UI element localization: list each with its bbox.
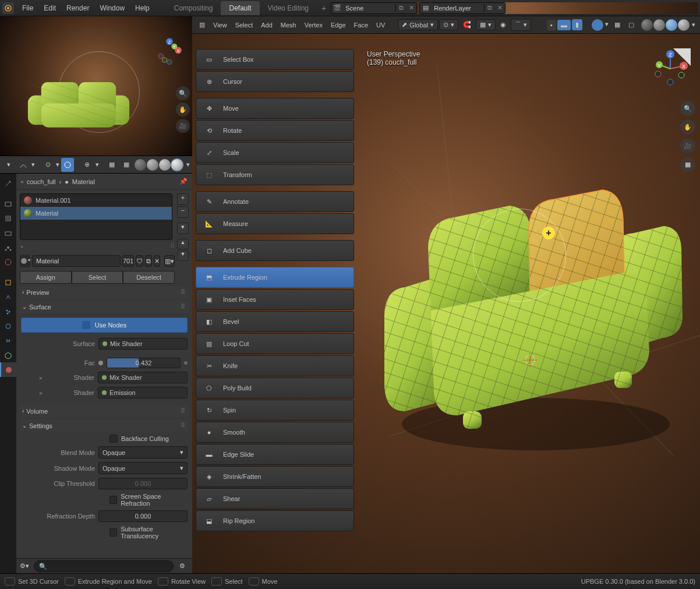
extrude-gizmo[interactable]: + [473,209,566,302]
tool-edge-slide[interactable]: ▬Edge Slide [196,444,354,465]
tool-poly-build[interactable]: ⬠Poly Build [196,378,354,398]
menu-render[interactable]: Render [62,2,94,15]
shading-menu-dropdown-icon[interactable]: ▾ [691,20,697,30]
fac-slider[interactable]: 0.432 [107,358,181,368]
vp-menu-uv[interactable]: UV [373,20,388,30]
tool-cursor[interactable]: ⊕Cursor [196,71,354,92]
viewport-nav-gizmo[interactable]: Z X Y [650,48,691,89]
tab-scene[interactable] [0,240,16,255]
shader2-dropdown[interactable]: Emission [98,387,188,398]
tab-constraint[interactable] [0,333,16,348]
tab-material[interactable] [0,362,16,377]
proportional-mode-dropdown[interactable]: ⌒▾ [511,19,531,31]
material-browse-button[interactable]: ▾ [20,255,30,267]
tool-move[interactable]: ✥Move [196,98,354,119]
material-moveup-button[interactable]: ▲ [177,239,189,249]
tool-loop-cut[interactable]: ▥Loop Cut [196,333,354,354]
shade-wire-icon[interactable] [641,19,653,31]
tab-output[interactable] [0,211,16,225]
xray-toggle-icon[interactable]: ▢ [625,19,638,30]
shade-render-icon[interactable] [678,19,690,31]
vp-menu-face[interactable]: Face [351,20,372,30]
overlay-1-dropdown-icon[interactable]: ▾ [96,161,99,168]
grip-icon[interactable]: ⠿ [170,242,175,250]
material-usercount[interactable]: 701 [122,255,134,267]
main-3d-viewport[interactable]: ▥ ViewSelectAddMeshVertexEdgeFaceUV ⬈Glo… [192,16,700,573]
tool-spin[interactable]: ↻Spin [196,400,354,421]
pin-icon[interactable]: 📌 [179,178,188,185]
vp-pan-icon[interactable]: ✋ [680,119,695,135]
overlay-icon-1[interactable]: ⊕ [81,158,94,172]
panel-preview-header[interactable]: ›Preview⠿ [20,286,189,298]
tool-shrink-fatten[interactable]: ◈Shrink/Fatten [196,466,354,487]
breadcrumb-object[interactable]: couch_full [27,178,56,185]
menu-file[interactable]: File [17,2,38,15]
tab-tool[interactable] [0,176,16,191]
expand-shader1-icon[interactable]: ▸ [40,374,45,382]
vp-menu-mesh[interactable]: Mesh [277,20,300,30]
menu-window[interactable]: Window [95,2,129,15]
material-movedown-button[interactable]: ▼ [177,251,189,261]
material-name-input[interactable] [32,255,121,267]
preview-viewport[interactable]: Z X Y 🔍 ✋ 🎥 [0,16,192,156]
tool-knife[interactable]: ✂Knife [196,355,354,376]
pan-icon[interactable]: ✋ [176,103,190,117]
breadcrumb-material[interactable]: Material [72,178,95,185]
gizmo-toggle[interactable] [592,19,603,31]
select-button[interactable]: Select [72,271,123,284]
tool-extrude-region[interactable]: ⬒Extrude Region [196,267,354,288]
tool-annotate[interactable]: ✎Annotate [196,191,354,212]
tool-transform[interactable]: ⬚Transform [196,164,354,185]
viewlayer-copy-icon[interactable]: ⧉ [484,4,494,12]
panel-surface-header[interactable]: ⌄Surface⠿ [20,301,189,313]
shadow-mode-dropdown[interactable]: Opaque▾ [98,462,188,474]
proportional-toggle-icon[interactable]: ◉ [497,19,510,30]
tab-modifier[interactable] [0,290,16,304]
mesh-select-face-icon[interactable]: ▮ [572,19,582,30]
menu-help[interactable]: Help [130,2,154,15]
tool-add-cube[interactable]: ◻Add Cube [196,240,354,261]
tool-shear[interactable]: ▱Shear [196,488,354,509]
use-nodes-toggle[interactable]: Use Nodes [21,318,188,333]
pivot-dropdown[interactable]: ⊙▾ [439,19,458,30]
shading-matpreview-ball[interactable] [159,159,171,171]
panel-volume-header[interactable]: ›Volume⠿ [20,405,189,417]
mesh-select-edge-icon[interactable]: ▬ [557,20,571,30]
vp-menu-view[interactable]: View [210,20,231,30]
properties-search-input[interactable] [34,560,174,572]
scene-name-input[interactable] [343,5,395,12]
zoom-icon[interactable]: 🔍 [176,86,190,100]
panel-settings-header[interactable]: ⌄Settings⠿ [20,419,189,432]
expand-shader2-icon[interactable]: ▸ [40,389,45,397]
material-slot[interactable]: Material.001 [20,194,172,207]
tool-rotate[interactable]: ⟲Rotate [196,120,354,141]
editor-type-icon[interactable]: ▥ [196,19,208,30]
pivot-dropdown-icon[interactable]: ▾ [31,161,35,168]
tool-bevel[interactable]: ◧Bevel [196,311,354,332]
overlay-icon-2[interactable]: ▦ [105,158,118,172]
vp-camera-icon[interactable]: 🎥 [680,138,695,153]
tab-render[interactable] [0,196,16,211]
keyframe-dot-icon[interactable] [184,361,188,365]
tool-select-box[interactable]: ▭Select Box [196,49,354,70]
ssr-checkbox[interactable] [109,496,117,504]
tool-inset-faces[interactable]: ▣Inset Faces [196,289,354,310]
tab-object[interactable] [0,275,16,290]
tool-measure[interactable]: 📐Measure [196,213,354,234]
scene-selector[interactable]: 🎬 ⧉ ✕ [331,2,417,14]
snap-toggle-icon[interactable]: 🧲 [459,19,475,30]
material-menu-button[interactable]: ▾ [177,223,189,234]
shade-solid-icon[interactable] [653,19,665,31]
editor-switcher-icon[interactable]: ⚙▾ [20,562,31,570]
viewlayer-name-input[interactable] [432,5,484,12]
material-add-button[interactable]: + [177,193,189,205]
nodetree-dropdown[interactable]: ▥▾ [164,255,175,267]
shading-wireframe-ball[interactable] [135,159,146,171]
tab-world[interactable] [0,255,16,269]
material-copy-button[interactable]: ⧉ [145,255,151,267]
tab-physics[interactable] [0,319,16,333]
orientation-dropdown[interactable]: ⬈Global▾ [398,19,438,30]
shading-rendered-ball[interactable] [171,159,183,171]
vp-menu-vertex[interactable]: Vertex [301,20,326,30]
vp-zoom-icon[interactable]: 🔍 [680,101,695,116]
